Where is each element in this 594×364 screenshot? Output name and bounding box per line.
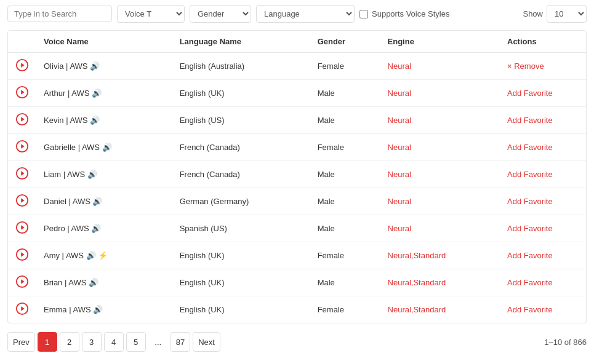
play-button[interactable] [15, 140, 29, 153]
voice-name-cell: Brian | AWS 🔊 [36, 269, 172, 296]
actions-cell: Add Favorite [500, 242, 586, 269]
gender-select[interactable]: Gender Male Female [190, 5, 251, 23]
gender-cell: Female [310, 242, 380, 269]
actions-cell: Add Favorite [500, 134, 586, 161]
add-favorite-button[interactable]: Add Favorite [507, 305, 553, 314]
add-favorite-button[interactable]: Add Favorite [507, 116, 553, 125]
next-button[interactable]: Next [193, 332, 220, 352]
voices-table-wrapper: Voice Name Language Name Gender Engine A… [7, 30, 587, 323]
add-favorite-button[interactable]: Add Favorite [507, 197, 553, 206]
gender-cell: Male [310, 188, 380, 215]
actions-cell: Add Favorite [500, 215, 586, 242]
voice-name-cell: Amy | AWS 🔊 ⚡ [36, 242, 172, 269]
page-button-2[interactable]: 2 [60, 332, 79, 352]
search-input[interactable] [7, 6, 112, 22]
gender-cell: Male [310, 80, 380, 107]
language-name-cell: English (UK) [172, 242, 310, 269]
page-button-4[interactable]: 4 [104, 332, 124, 352]
page-button-87[interactable]: 87 [171, 332, 190, 352]
table-row: Olivia | AWS 🔊English (Australia)FemaleN… [8, 53, 586, 80]
show-select[interactable]: 10 25 50 100 [547, 5, 587, 23]
show-label: Show [523, 9, 543, 18]
svg-marker-5 [21, 117, 25, 121]
pagination: Prev 1 2 3 4 5 ... 87 Next [7, 332, 220, 352]
add-favorite-button[interactable]: Add Favorite [507, 143, 553, 152]
table-row: Arthur | AWS 🔊English (UK)MaleNeuralAdd … [8, 80, 586, 107]
play-button[interactable] [15, 167, 29, 180]
page-button-1[interactable]: 1 [38, 332, 57, 352]
col-language-name: Language Name [172, 31, 310, 53]
add-favorite-button[interactable]: Add Favorite [507, 224, 553, 233]
voices-table: Voice Name Language Name Gender Engine A… [8, 31, 586, 323]
table-body: Olivia | AWS 🔊English (Australia)FemaleN… [8, 53, 586, 323]
language-name-cell: English (US) [172, 107, 310, 134]
actions-cell: Add Favorite [500, 80, 586, 107]
engine-cell: Neural [380, 53, 500, 80]
language-name-cell: French (Canada) [172, 134, 310, 161]
svg-marker-1 [21, 63, 25, 67]
svg-marker-17 [21, 279, 25, 283]
play-button[interactable] [15, 221, 29, 234]
col-voice-name: Voice Name [36, 31, 172, 53]
actions-cell: Add Favorite [500, 269, 586, 296]
play-button[interactable] [15, 302, 29, 315]
svg-marker-7 [21, 144, 25, 148]
add-favorite-button[interactable]: Add Favorite [507, 278, 553, 287]
col-gender: Gender [310, 31, 380, 53]
page-button-5[interactable]: 5 [126, 332, 146, 352]
voice-name-cell: Emma | AWS 🔊 [36, 296, 172, 323]
voice-name-cell: Gabrielle | AWS 🔊 [36, 134, 172, 161]
actions-cell: × Remove [500, 53, 586, 80]
supports-voice-styles-label: Supports Voice Styles [372, 9, 449, 18]
supports-voice-styles-checkbox[interactable] [359, 10, 368, 18]
language-name-cell: German (Germany) [172, 188, 310, 215]
toolbar: Voice T All Neural Standard Gender Male … [7, 5, 587, 23]
add-favorite-button[interactable]: Add Favorite [507, 251, 553, 260]
voice-type-select[interactable]: Voice T All Neural Standard [117, 5, 185, 23]
svg-marker-19 [21, 306, 25, 311]
table-row: Emma | AWS 🔊English (UK)FemaleNeural,Sta… [8, 296, 586, 323]
gender-cell: Male [310, 269, 380, 296]
actions-cell: Add Favorite [500, 296, 586, 323]
engine-cell: Neural [380, 80, 500, 107]
language-name-cell: English (UK) [172, 269, 310, 296]
language-name-cell: English (UK) [172, 296, 310, 323]
voice-name-cell: Kevin | AWS 🔊 [36, 107, 172, 134]
table-row: Gabrielle | AWS 🔊French (Canada)FemaleNe… [8, 134, 586, 161]
engine-cell: Neural,Standard [380, 242, 500, 269]
engine-cell: Neural [380, 215, 500, 242]
engine-cell: Neural,Standard [380, 269, 500, 296]
voice-name-cell: Pedro | AWS 🔊 [36, 215, 172, 242]
language-select[interactable]: Language English (US) English (UK) Engli… [256, 5, 355, 23]
play-button[interactable] [15, 58, 29, 72]
remove-favorite-button[interactable]: × Remove [507, 61, 579, 71]
gender-cell: Male [310, 161, 380, 188]
prev-button[interactable]: Prev [7, 332, 35, 352]
actions-cell: Add Favorite [500, 107, 586, 134]
svg-marker-15 [21, 252, 25, 256]
voice-name-cell: Olivia | AWS 🔊 [36, 53, 172, 80]
play-button[interactable] [15, 194, 29, 207]
add-favorite-button[interactable]: Add Favorite [507, 89, 553, 98]
add-favorite-button[interactable]: Add Favorite [507, 170, 553, 179]
svg-marker-13 [21, 225, 25, 229]
gender-cell: Male [310, 215, 380, 242]
svg-marker-9 [21, 171, 25, 175]
pagination-container: Prev 1 2 3 4 5 ... 87 Next 1–10 of 866 [7, 332, 587, 352]
table-row: Brian | AWS 🔊English (UK)MaleNeural,Stan… [8, 269, 586, 296]
language-name-cell: English (UK) [172, 80, 310, 107]
gender-cell: Male [310, 107, 380, 134]
engine-cell: Neural [380, 134, 500, 161]
page-button-3[interactable]: 3 [82, 332, 102, 352]
table-row: Pedro | AWS 🔊Spanish (US)MaleNeuralAdd F… [8, 215, 586, 242]
svg-marker-11 [21, 198, 25, 202]
play-button[interactable] [15, 248, 29, 261]
col-actions: Actions [500, 31, 586, 53]
language-name-cell: English (Australia) [172, 53, 310, 80]
voice-name-cell: Daniel | AWS 🔊 [36, 188, 172, 215]
play-button[interactable] [15, 275, 29, 288]
play-button[interactable] [15, 85, 29, 99]
play-button[interactable] [15, 113, 29, 126]
actions-cell: Add Favorite [500, 161, 586, 188]
gender-cell: Female [310, 296, 380, 323]
